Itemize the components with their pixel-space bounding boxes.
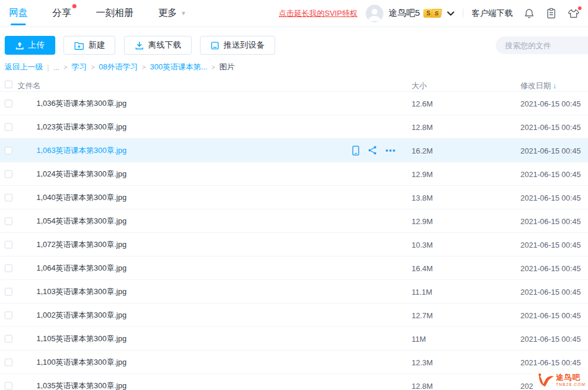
column-header-size[interactable]: 大小 [412,81,427,91]
breadcrumb-separator: > [212,64,215,71]
file-date: 2021-06-15 00:45 [520,146,581,155]
row-checkbox[interactable] [5,288,12,295]
table-row[interactable]: 1,103英语课本第300章.jpg 11.1M 2021-0 [0,280,588,304]
nav-tab-album[interactable]: 一刻相册 [96,0,133,26]
file-name[interactable]: 1,063英语课本第300章.jpg [36,145,126,156]
nav-tab-share-label: 分享 [52,7,71,19]
bell-icon[interactable] [523,8,535,19]
table-row[interactable]: 1,040英语课本第300章.jpg 13.8M 2021-0 [0,186,588,209]
folder-plus-icon [74,41,84,50]
row-hover-actions [352,145,396,156]
table-row[interactable]: 1,002英语课本第300章.jpg 12.7M 2021-0 [0,304,588,327]
table-row[interactable]: 1,105英语课本第300章.jpg 11M 2021-06- [0,327,588,351]
table-row[interactable]: 1,100英语课本第300章.jpg 12.3M 2021-0 [0,351,588,374]
breadcrumb-current: 图片 [219,62,235,72]
file-size: 16.2M [412,146,433,155]
column-header-name[interactable]: 文件名 [18,81,41,91]
file-size: 16.4M [412,264,433,272]
row-checkbox[interactable] [5,241,12,248]
breadcrumb-separator: > [91,64,95,71]
search-input[interactable] [496,36,588,54]
client-download-link[interactable]: 客户端下载 [472,8,513,19]
user-menu-chevron-icon[interactable] [447,11,455,16]
file-name[interactable]: 1,105英语课本第300章.jpg [36,334,126,344]
file-date: 2021-06-15 00:45 [520,311,581,319]
theme-shirt-icon[interactable] [567,8,580,19]
breadcrumb-ellipsis[interactable]: ... [53,63,59,72]
table-row[interactable]: 1,064英语课本第300章.jpg 16.4M 2021-0 [0,256,588,280]
clipboard-icon[interactable] [546,8,557,19]
notification-dot [72,4,76,8]
row-checkbox[interactable] [5,217,12,225]
watermark-title: 途鸟吧 [556,374,586,381]
upload-label: 上传 [28,40,45,51]
send-to-phone-icon[interactable] [352,145,360,156]
nav-tab-share[interactable]: 分享 [52,0,71,26]
breadcrumb-link[interactable]: 300英语课本第... [150,62,208,72]
row-checkbox[interactable] [5,99,12,107]
row-checkbox[interactable] [5,123,12,131]
table-row[interactable]: 1,036英语课本第300章.jpg 12.6M 2021-0 [0,92,588,115]
file-size: 11.1M [412,287,432,296]
file-size: 10.3M [412,240,433,249]
row-checkbox[interactable] [5,335,12,342]
file-name[interactable]: 1,100英语课本第300章.jpg [36,357,126,368]
row-checkbox[interactable] [5,358,12,366]
file-name[interactable]: 1,054英语课本第300章.jpg [36,216,126,226]
avatar[interactable] [366,5,383,22]
file-name[interactable]: 1,023英语课本第300章.jpg [36,122,126,132]
file-name[interactable]: 1,064英语课本第300章.jpg [36,263,126,274]
breadcrumb-link[interactable]: 学习 [72,62,87,72]
file-size: 13.8M [412,193,433,202]
file-name[interactable]: 1,036英语课本第300章.jpg [36,98,126,109]
file-date: 2021-06-15 00:45 [520,240,581,249]
file-size: 12.8M [412,122,433,131]
bird-logo-icon [537,372,554,388]
row-checkbox[interactable] [5,194,12,201]
breadcrumb-back-link[interactable]: 返回上一级 [5,62,43,72]
file-name[interactable]: 1,040英语课本第300章.jpg [36,192,126,203]
file-date: 2021-06-15 00:45 [520,169,581,178]
push-to-device-label: 推送到设备 [223,40,265,51]
file-name[interactable]: 1,035英语课本第300章.jpg [36,381,126,390]
file-name[interactable]: 1,002英语课本第300章.jpg [36,310,126,321]
username[interactable]: 途鸟吧5 [389,8,420,19]
more-actions-icon[interactable] [385,149,396,152]
toolbar: 上传 新建 离线下载 推送到设备 [5,36,588,55]
table-row[interactable]: 1,063英语课本第300章.jpg 16.2M 2021-0 [0,139,588,162]
upload-button[interactable]: 上传 [5,36,55,55]
row-checkbox[interactable] [5,311,12,319]
svip-renew-link[interactable]: 点击延长我的SVIP特权 [279,8,358,19]
offline-download-button[interactable]: 离线下载 [124,36,192,55]
select-all-checkbox[interactable] [5,81,12,88]
file-date: 2021-06-15 00:45 [520,287,581,296]
column-header-date[interactable]: 修改日期↓ [520,81,557,91]
row-checkbox[interactable] [5,146,12,154]
row-checkbox[interactable] [5,382,12,389]
table-row[interactable]: 1,023英语课本第300章.jpg 12.8M 2021-0 [0,115,588,139]
nav-tab-netdisk[interactable]: 网盘 [9,0,28,26]
row-checkbox[interactable] [5,264,12,272]
file-size: 12.8M [412,381,433,390]
divider [463,9,463,18]
push-to-device-button[interactable]: 推送到设备 [200,36,275,55]
table-row[interactable]: 1,072英语课本第300章.jpg 10.3M 2021-0 [0,233,588,256]
share-icon[interactable] [368,145,377,155]
file-name[interactable]: 1,024英语课本第300章.jpg [36,169,126,179]
column-header-date-label: 修改日期 [520,81,551,90]
table-row[interactable]: 1,024英语课本第300章.jpg 12.9M 2021-0 [0,162,588,186]
breadcrumb-link[interactable]: 08外语学习 [99,62,138,72]
main-nav: 网盘 分享 一刻相册 更多 ▼ [9,0,211,26]
breadcrumb-pipe: | [47,63,49,72]
file-name[interactable]: 1,072英语课本第300章.jpg [36,239,126,250]
table-row[interactable]: 1,035英语课本第300章.jpg 12.8M 2021-0 [0,374,588,390]
download-icon [135,41,144,50]
file-name[interactable]: 1,103英语课本第300章.jpg [36,286,126,297]
new-folder-button[interactable]: 新建 [64,36,115,55]
file-table-header: 文件名 大小 修改日期↓ [0,80,588,92]
nav-tab-more[interactable]: 更多 ▼ [158,0,186,26]
chevron-down-icon: ▼ [181,10,186,16]
table-row[interactable]: 1,054英语课本第300章.jpg 12.9M 2021-0 [0,209,588,233]
file-size: 12.9M [412,169,433,178]
row-checkbox[interactable] [5,170,12,178]
